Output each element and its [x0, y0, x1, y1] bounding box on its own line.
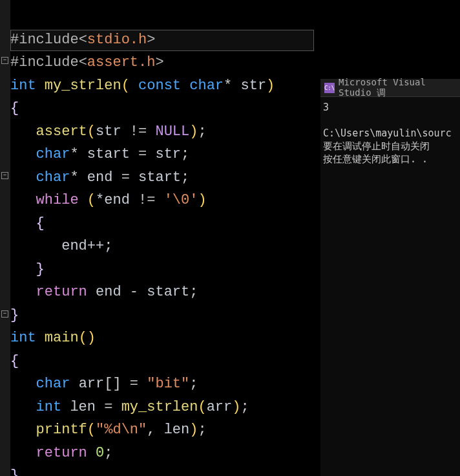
function-name: my_strlen [45, 78, 121, 94]
fold-gutter: − − − [0, 0, 10, 476]
console-title-text: Microsoft Visual Studio 调 [339, 77, 460, 99]
code-editor[interactable]: − − − #include<stdio.h> #include<assert.… [0, 0, 320, 476]
debug-console-window[interactable]: C:\ Microsoft Visual Studio 调 3 C:\Users… [320, 79, 460, 476]
console-output: 3 C:\Users\mayulin\sourc 要在调试停止时自动关闭 按任意… [320, 97, 460, 169]
console-titlebar[interactable]: C:\ Microsoft Visual Studio 调 [320, 79, 460, 97]
fold-toggle[interactable]: − [1, 57, 8, 64]
function-name: main [45, 330, 79, 346]
preproc: #include [10, 54, 79, 70]
vs-logo-icon: C:\ [324, 83, 335, 93]
fold-toggle[interactable]: − [1, 310, 8, 318]
preproc: #include [10, 32, 79, 48]
code-content: #include<stdio.h> #include<assert.h> int… [10, 5, 275, 476]
fold-toggle[interactable]: − [1, 172, 8, 179]
